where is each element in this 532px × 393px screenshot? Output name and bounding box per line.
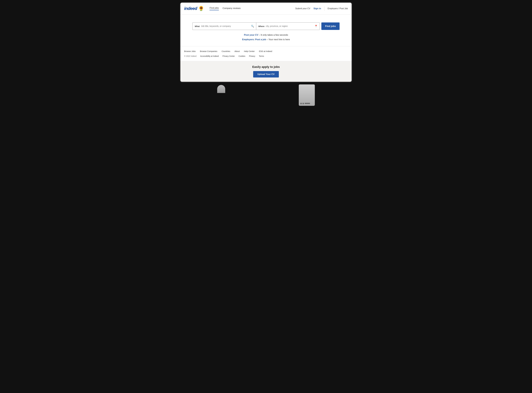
submit-cv-link[interactable]: Submit your CV (295, 7, 310, 10)
nav-find-jobs[interactable]: Find jobs (210, 7, 219, 10)
sunflower-icon: 🌻 (198, 6, 204, 11)
footer-privacy[interactable]: Privacy (249, 55, 255, 57)
sign-in-link[interactable]: Sign in (313, 7, 321, 10)
monitor-bottom (181, 82, 351, 107)
stand-area (181, 82, 351, 107)
footer-privacy-center[interactable]: Privacy Center (222, 55, 235, 57)
mac-pro-side (299, 84, 315, 106)
what-field[interactable]: What 🔍 (192, 22, 256, 30)
where-input[interactable] (266, 25, 313, 27)
what-input[interactable] (201, 25, 250, 27)
upload-cv-banner: Easily apply to jobs Upload Your CV (181, 61, 351, 82)
indeed-logo[interactable]: indeed (184, 6, 197, 11)
monitor-stand-neck (217, 85, 225, 93)
nav-links: Find jobs Company reviews (210, 7, 292, 10)
post-cv-link[interactable]: Post your CV (244, 34, 258, 36)
port-long (305, 103, 310, 104)
footer-browse-companies[interactable]: Browse Companies (200, 50, 217, 52)
post-cv-suffix: – It only takes a few seconds (259, 34, 288, 36)
employers-post-link[interactable]: Employers: Post a job (242, 38, 266, 41)
screen: indeed 🌻 Find jobs Company reviews Submi… (181, 3, 351, 82)
what-label: What (195, 25, 200, 27)
port-1 (300, 103, 302, 104)
footer-countries[interactable]: Countries (222, 50, 230, 52)
nav-right: Submit your CV Sign in Employers / Post … (295, 6, 348, 11)
location-icon: 📍 (315, 25, 317, 28)
employers-post-suffix: – Your next hire is here (267, 38, 290, 41)
footer-esg[interactable]: ESG at Indeed (259, 50, 272, 52)
employers-post-area: Employers: Post a job – Your next hire i… (184, 38, 348, 41)
search-icon: 🔍 (251, 25, 254, 28)
navbar: indeed 🌻 Find jobs Company reviews Submi… (181, 3, 351, 15)
footer-top: Browse Jobs Browse Companies Countries A… (181, 46, 351, 55)
nav-company-reviews[interactable]: Company reviews (222, 7, 241, 10)
footer-browse-jobs[interactable]: Browse Jobs (184, 50, 196, 52)
footer-cookies[interactable]: Cookies (238, 55, 245, 57)
logo-text-label: indeed (184, 6, 197, 11)
search-bar: What 🔍 Where 📍 Find jobs (192, 22, 340, 30)
monitor-wrapper: indeed 🌻 Find jobs Company reviews Submi… (181, 3, 351, 107)
mac-pro-ports (300, 103, 313, 104)
upload-banner-title: Easily apply to jobs (184, 65, 348, 69)
footer-terms[interactable]: Terms (259, 55, 264, 57)
where-field[interactable]: Where 📍 (256, 22, 320, 30)
employers-post-job-link[interactable]: Employers / Post Job (328, 7, 348, 10)
where-label: Where (258, 25, 265, 27)
copyright: © 2022 Indeed (184, 55, 196, 57)
post-cv-area: Post your CV – It only takes a few secon… (184, 34, 348, 36)
upload-cv-button[interactable]: Upload Your CV (253, 71, 279, 78)
logo-area: indeed 🌻 (184, 6, 204, 11)
footer-accessibility[interactable]: Accessibility at Indeed (200, 55, 219, 57)
find-jobs-button[interactable]: Find jobs (321, 22, 340, 30)
footer-about[interactable]: About (234, 50, 240, 52)
port-2 (302, 103, 304, 104)
footer-help-center[interactable]: Help Center (244, 50, 255, 52)
main-content: What 🔍 Where 📍 Find jobs Post your CV – … (181, 15, 351, 46)
footer-bottom: © 2022 Indeed Accessibility at Indeed Pr… (181, 55, 351, 61)
